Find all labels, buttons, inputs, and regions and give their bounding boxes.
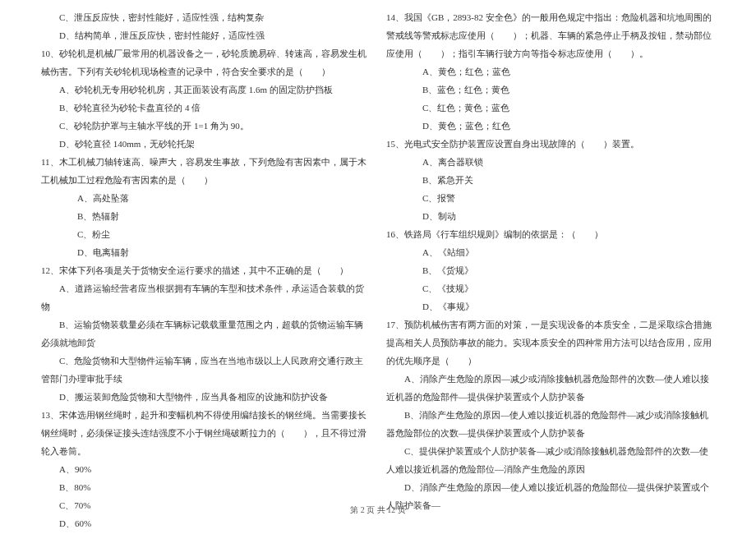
option-text: A、消除产生危险的原因—减少或消除接触机器危险部件的次数—使人难以接近机器的危险…: [386, 370, 715, 406]
option-text: C、报警: [386, 189, 715, 207]
option-text: D、搬运装卸危险货物和大型物件，应当具备相应的设施和防护设备: [41, 388, 370, 406]
option-text: B、消除产生危险的原因—使人难以接近机器的危险部件—减少或消除接触机器危险部位的…: [386, 406, 715, 442]
option-text: C、砂轮防护罩与主轴水平线的开 1=1 角为 90。: [41, 117, 370, 135]
option-text: A、离合器联锁: [386, 153, 715, 171]
option-text: D、60%: [41, 514, 370, 532]
right-column: 14、我国《GB，2893-82 安全色》的一般用色规定中指出：危险机器和坑地周…: [378, 8, 723, 501]
option-text: D、消除产生危险的原因—使人难以接近机器的危险部位—提供保护装置或个人防护装备—: [386, 478, 715, 514]
option-text: C、70%: [41, 496, 370, 514]
left-column: C、泄压反应快，密封性能好，适应性强，结构复杂 D、结构简单，泄压反应快，密封性…: [33, 8, 378, 501]
option-text: B、热辐射: [41, 207, 370, 225]
option-text: D、砂轮直径 140mm，无砂轮托架: [41, 135, 370, 153]
option-text: A、黄色；红色；蓝色: [386, 62, 715, 81]
option-text: D、结构简单，泄压反应快，密封性能好，适应性强: [41, 26, 370, 44]
option-text: D、《事规》: [386, 297, 715, 315]
option-text: C、《技规》: [386, 279, 715, 297]
option-text: A、高处坠落: [41, 189, 370, 207]
option-text: D、制动: [386, 207, 715, 225]
option-text: A、道路运输经营者应当根据拥有车辆的车型和技术条件，承运适合装载的货物: [41, 279, 370, 315]
option-text: D、电离辐射: [41, 243, 370, 261]
page-body: C、泄压反应快，密封性能好，适应性强，结构复杂 D、结构简单，泄压反应快，密封性…: [0, 0, 756, 501]
question-text: 10、砂轮机是机械厂最常用的机器设备之一，砂轮质脆易碎、转速高，容易发生机械伤害…: [41, 44, 370, 81]
option-text: B、紧急开关: [386, 171, 715, 189]
option-text: C、红色；黄色；蓝色: [386, 99, 715, 117]
question-text: 11、木工机械刀轴转速高、噪声大，容易发生事故，下列危险有害因素中，属于木工机械…: [41, 153, 370, 189]
option-text: C、泄压反应快，密封性能好，适应性强，结构复杂: [41, 8, 370, 26]
option-text: A、《站细》: [386, 243, 715, 261]
question-text: 17、预防机械伤害有两方面的对策，一是实现设备的本质安全，二是采取综合措施提高相…: [386, 315, 715, 370]
option-text: A、90%: [41, 460, 370, 478]
option-text: C、提供保护装置或个人防护装备—减少或消除接触机器危险部件的次数—使人难以接近机…: [386, 442, 715, 478]
option-text: C、粉尘: [41, 225, 370, 243]
option-text: B、80%: [41, 478, 370, 496]
option-text: B、运输货物装载量必须在车辆标记载载重量范围之内，超载的货物运输车辆必须就地卸货: [41, 315, 370, 352]
option-text: C、危险货物和大型物件运输车辆，应当在当地市级以上人民政府交通行政主管部门办理审…: [41, 352, 370, 388]
question-text: 12、宋体下列各项是关于货物安全运行要求的描述，其中不正确的是（ ）: [41, 261, 370, 279]
question-text: 13、宋体选用钢丝绳时，起升和变幅机构不得使用编结接长的钢丝绳。当需要接长钢丝绳…: [41, 406, 370, 460]
option-text: B、《货规》: [386, 261, 715, 279]
option-text: B、蓝色；红色；黄色: [386, 81, 715, 99]
option-text: B、砂轮直径为砂轮卡盘直径的 4 倍: [41, 99, 370, 117]
option-text: A、砂轮机无专用砂轮机房，其正面装设有高度 1.6m 的固定防护挡板: [41, 81, 370, 99]
question-text: 16、铁路局《行车组织规则》编制的依据是：（ ）: [386, 225, 715, 243]
question-text: 15、光电式安全防护装置应设置自身出现故障的（ ）装置。: [386, 135, 715, 153]
option-text: D、黄色；蓝色；红色: [386, 117, 715, 135]
question-text: 14、我国《GB，2893-82 安全色》的一般用色规定中指出：危险机器和坑地周…: [386, 8, 715, 62]
